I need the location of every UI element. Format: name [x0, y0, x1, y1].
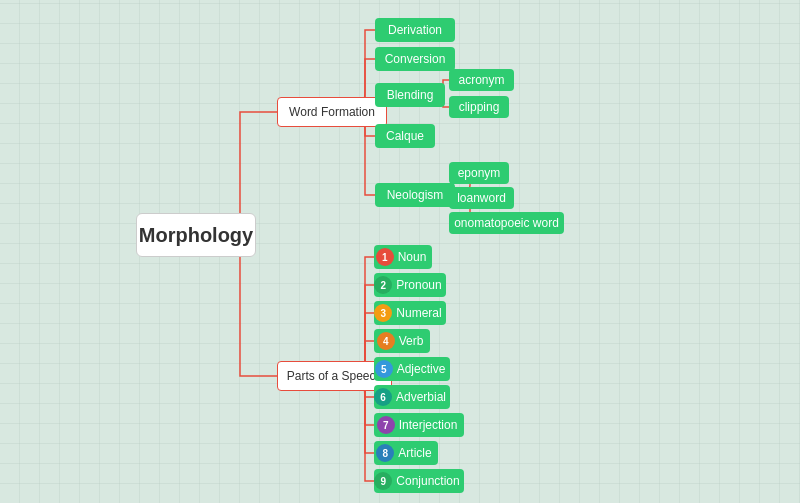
pronoun-node: 2 Pronoun	[374, 273, 446, 297]
noun-badge: 1	[376, 248, 394, 266]
neologism-label: Neologism	[387, 188, 444, 202]
calque-label: Calque	[386, 129, 424, 143]
numeral-label: Numeral	[396, 306, 441, 320]
word-formation-node: Word Formation	[277, 97, 387, 127]
conversion-node: Conversion	[375, 47, 455, 71]
interjection-badge: 7	[377, 416, 395, 434]
parts-of-speech-label: Parts of a Speech	[287, 369, 382, 383]
conjunction-node: 9 Conjunction	[374, 469, 464, 493]
conjunction-label: Conjunction	[396, 474, 459, 488]
conjunction-badge: 9	[374, 472, 392, 490]
adverbial-label: Adverbial	[396, 390, 446, 404]
onomatopoeia-node: onomatopoeic word	[449, 212, 564, 234]
adjective-node: 5 Adjective	[374, 357, 450, 381]
article-node: 8 Article	[374, 441, 438, 465]
noun-node: 1 Noun	[374, 245, 432, 269]
article-badge: 8	[376, 444, 394, 462]
loanword-label: loanword	[457, 191, 506, 205]
pronoun-label: Pronoun	[396, 278, 441, 292]
numeral-node: 3 Numeral	[374, 301, 446, 325]
neologism-node: Neologism	[375, 183, 455, 207]
calque-node: Calque	[375, 124, 435, 148]
eponym-node: eponym	[449, 162, 509, 184]
word-formation-label: Word Formation	[289, 105, 375, 119]
clipping-label: clipping	[459, 100, 500, 114]
adverbial-badge: 6	[374, 388, 392, 406]
onomatopoeia-label: onomatopoeic word	[454, 216, 559, 230]
article-label: Article	[398, 446, 431, 460]
verb-badge: 4	[377, 332, 395, 350]
eponym-label: eponym	[458, 166, 501, 180]
blending-node: Blending	[375, 83, 445, 107]
blending-label: Blending	[387, 88, 434, 102]
verb-node: 4 Verb	[374, 329, 430, 353]
adjective-badge: 5	[375, 360, 393, 378]
noun-label: Noun	[398, 250, 427, 264]
derivation-label: Derivation	[388, 23, 442, 37]
clipping-node: clipping	[449, 96, 509, 118]
interjection-node: 7 Interjection	[374, 413, 464, 437]
verb-label: Verb	[399, 334, 424, 348]
acronym-node: acronym	[449, 69, 514, 91]
acronym-label: acronym	[459, 73, 505, 87]
conversion-label: Conversion	[385, 52, 446, 66]
morphology-label: Morphology	[139, 224, 253, 247]
adjective-label: Adjective	[397, 362, 446, 376]
morphology-node: Morphology	[136, 213, 256, 257]
numeral-badge: 3	[374, 304, 392, 322]
interjection-label: Interjection	[399, 418, 458, 432]
pronoun-badge: 2	[374, 276, 392, 294]
adverbial-node: 6 Adverbial	[374, 385, 450, 409]
derivation-node: Derivation	[375, 18, 455, 42]
loanword-node: loanword	[449, 187, 514, 209]
